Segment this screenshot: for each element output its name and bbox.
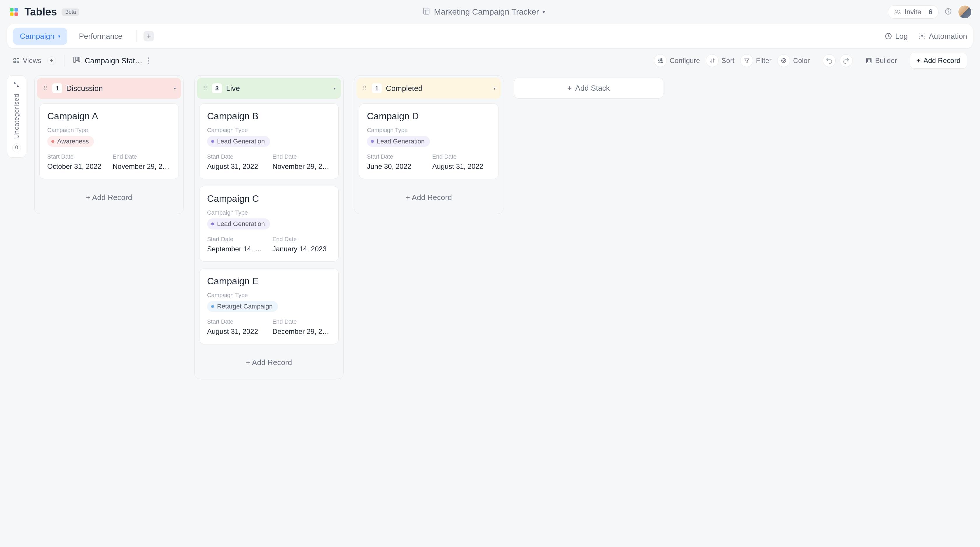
svg-point-39 — [205, 87, 207, 88]
card[interactable]: Campaign C Campaign Type Lead Generation… — [199, 186, 339, 262]
doc-title-caret-icon[interactable]: ▾ — [542, 9, 545, 15]
undo-button[interactable] — [823, 54, 835, 67]
chip-dot-icon — [51, 140, 54, 143]
card-title: Campaign C — [207, 193, 331, 204]
chevron-down-icon[interactable]: ▾ — [174, 86, 176, 91]
plus-icon: + — [916, 57, 921, 65]
color-button[interactable]: Color — [777, 54, 810, 67]
stack-completed: 1 Completed ▾ Campaign D Campaign Type L… — [354, 75, 503, 214]
stack-title: Completed — [386, 84, 489, 93]
uncategorised-rail[interactable]: Uncategorised 0 — [7, 75, 26, 158]
app-logo[interactable] — [8, 6, 20, 18]
invite-button[interactable]: Invite 6 — [888, 5, 939, 19]
chevron-down-icon: ▾ — [58, 33, 60, 39]
stack-title: Discussion — [66, 84, 170, 93]
expand-icon[interactable] — [13, 81, 20, 89]
end-date-label: End Date — [113, 153, 171, 160]
add-table-button[interactable]: + — [143, 31, 154, 41]
type-chip: Lead Generation — [367, 136, 430, 147]
user-avatar[interactable] — [958, 5, 972, 19]
card-title: Campaign D — [367, 111, 491, 122]
stack-body: Campaign D Campaign Type Lead Generation… — [355, 101, 503, 184]
type-value: Lead Generation — [217, 220, 265, 228]
start-date-label: Start Date — [47, 153, 106, 160]
type-chip: Lead Generation — [207, 136, 270, 147]
card[interactable]: Campaign D Campaign Type Lead Generation… — [359, 103, 498, 179]
stack-header[interactable]: 1 Discussion ▾ — [37, 78, 181, 99]
stack-add-record-button[interactable]: + Add Record — [40, 186, 179, 209]
type-value: Lead Generation — [217, 138, 265, 145]
beta-badge: Beta — [62, 8, 80, 16]
chip-dot-icon — [211, 140, 214, 143]
views-label: Views — [23, 57, 41, 65]
table-tab-performance[interactable]: Performance — [72, 28, 129, 45]
sort-button[interactable]: Sort — [706, 54, 734, 67]
board: Uncategorised 0 1 Discussion ▾ Campaign … — [0, 73, 980, 386]
type-value: Lead Generation — [377, 138, 425, 145]
view-menu-button[interactable] — [147, 56, 151, 65]
chevron-down-icon[interactable]: ▾ — [493, 86, 496, 91]
chip-dot-icon — [371, 140, 374, 143]
start-date-value: August 31, 2022 — [207, 328, 266, 336]
svg-rect-28 — [867, 59, 870, 62]
redo-button[interactable] — [840, 54, 853, 67]
invite-label: Invite — [904, 8, 921, 16]
svg-point-38 — [205, 86, 207, 87]
color-icon — [777, 54, 790, 67]
svg-point-31 — [44, 89, 45, 90]
card[interactable]: Campaign A Campaign Type Awareness Start… — [40, 103, 179, 179]
svg-point-37 — [204, 89, 204, 90]
log-button[interactable]: Log — [885, 32, 908, 41]
stack-add-record-button[interactable]: + Add Record — [359, 186, 498, 209]
sheet-icon — [422, 7, 431, 17]
current-view-name[interactable]: Campaign Stat… — [85, 56, 143, 65]
views-button[interactable]: Views — [13, 57, 41, 65]
stack-header[interactable]: 3 Live ▾ — [197, 78, 341, 99]
table-tab-label: Campaign — [20, 32, 54, 41]
builder-button[interactable]: Builder — [865, 57, 897, 65]
type-field-label: Campaign Type — [47, 127, 171, 134]
chip-dot-icon — [211, 305, 214, 308]
type-chip: Awareness — [47, 136, 94, 147]
chip-dot-icon — [211, 223, 214, 226]
svg-point-30 — [44, 87, 45, 88]
chevron-down-icon[interactable]: ▾ — [334, 86, 336, 91]
table-tab-label: Performance — [79, 32, 123, 41]
configure-button[interactable]: Configure — [654, 54, 700, 67]
automation-label: Automation — [929, 32, 967, 41]
add-stack-button[interactable]: + Add Stack — [514, 78, 663, 99]
svg-point-26 — [783, 61, 784, 62]
start-date-label: Start Date — [367, 153, 425, 160]
start-date-value: September 14, 2022 — [207, 245, 266, 253]
invite-count: 6 — [929, 8, 932, 16]
svg-point-20 — [661, 59, 662, 60]
add-record-button[interactable]: + Add Record — [910, 53, 967, 68]
stack-add-record-button[interactable]: + Add Record — [199, 351, 339, 374]
start-date-value: August 31, 2022 — [207, 162, 266, 170]
end-date-value: August 31, 2022 — [432, 162, 491, 170]
doc-title[interactable]: Marketing Campaign Tracker — [434, 7, 539, 17]
stack-live: 3 Live ▾ Campaign B Campaign Type Lead G… — [194, 75, 344, 379]
card[interactable]: Campaign E Campaign Type Retarget Campai… — [199, 269, 339, 344]
svg-rect-17 — [73, 57, 75, 62]
svg-point-42 — [363, 87, 364, 88]
card[interactable]: Campaign B Campaign Type Lead Generation… — [199, 103, 339, 179]
svg-rect-19 — [78, 57, 80, 61]
start-date-value: June 30, 2022 — [367, 162, 425, 170]
help-icon[interactable] — [944, 8, 952, 16]
filter-label: Filter — [756, 57, 772, 65]
drag-handle-icon[interactable] — [202, 85, 208, 92]
filter-button[interactable]: Filter — [740, 54, 772, 67]
uncategorised-label: Uncategorised — [13, 94, 21, 139]
drag-handle-icon[interactable] — [362, 85, 368, 92]
automation-button[interactable]: Automation — [918, 32, 967, 41]
svg-rect-14 — [14, 61, 16, 63]
start-date-label: Start Date — [207, 153, 266, 160]
card-title: Campaign B — [207, 111, 331, 122]
drag-handle-icon[interactable] — [42, 85, 48, 92]
end-date-value: December 29, 2022 — [272, 328, 331, 336]
stack-header[interactable]: 1 Completed ▾ — [357, 78, 501, 99]
add-view-button[interactable]: + — [47, 56, 56, 65]
configure-label: Configure — [670, 57, 700, 65]
table-tab-campaign[interactable]: Campaign ▾ — [13, 28, 67, 45]
